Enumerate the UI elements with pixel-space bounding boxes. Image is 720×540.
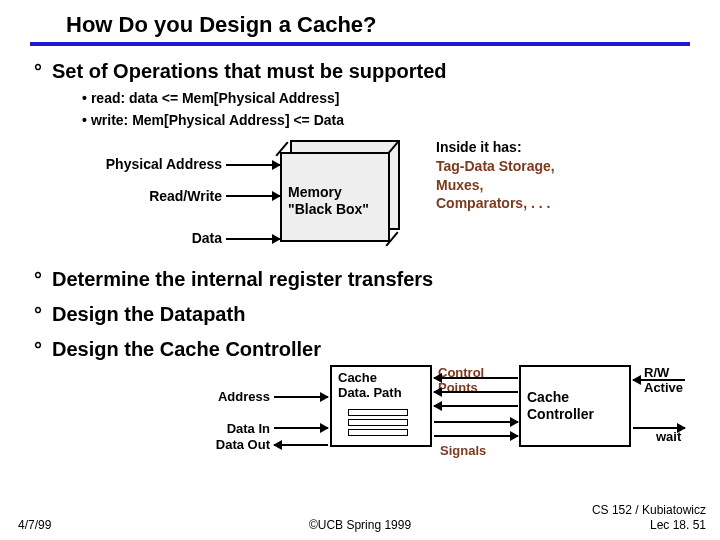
arrow-dout: [274, 444, 328, 446]
diagram-controller: Address Data In Data Out CacheData. Path…: [30, 365, 690, 495]
arrow-rw: [226, 195, 280, 197]
bullet-1-text: Set of Operations that must be supported: [52, 60, 446, 82]
bullet-3: °Design the Datapath: [34, 303, 690, 326]
bullet-1: °Set of Operations that must be supporte…: [34, 60, 690, 83]
sub-bullet-2: •write: Mem[Physical Address] <= Data: [82, 109, 690, 131]
arrow-sig1: [434, 421, 518, 423]
cache-datapath-box: CacheData. Path: [330, 365, 432, 447]
arrow-cp1: [434, 377, 518, 379]
lbl-rw-active: R/WActive: [644, 365, 714, 395]
lbl-signals: Signals: [440, 443, 498, 458]
bullet-2: °Determine the internal register transfe…: [34, 268, 690, 291]
lbl-address: Address: [190, 389, 270, 404]
arrow-addr: [274, 396, 328, 398]
arrow-data: [226, 238, 280, 240]
bullet-4: °Design the Cache Controller: [34, 338, 690, 361]
diagram-memory: Physical Address Read/Write Data Memory …: [30, 138, 690, 268]
arrow-sig2: [434, 435, 518, 437]
arrow-cp3: [434, 405, 518, 407]
lbl-read-write: Read/Write: [82, 188, 222, 204]
inside-text: Inside it has: Tag-Data Storage, Muxes, …: [436, 138, 555, 214]
title-rule: [30, 42, 690, 46]
lbl-data-out: Data Out: [190, 437, 270, 452]
memory-box-l1: Memory: [288, 184, 342, 200]
lbl-wait: wait: [656, 429, 706, 444]
arrow-pa: [226, 164, 280, 166]
footer-date: 4/7/99: [18, 518, 51, 532]
lbl-data: Data: [82, 230, 222, 246]
memory-box: Memory "Black Box": [280, 140, 410, 244]
footer: 4/7/99 ©UCB Spring 1999 CS 152 / Kubiato…: [0, 518, 720, 532]
memory-box-l2: "Black Box": [288, 201, 369, 217]
lbl-physical-address: Physical Address: [82, 156, 222, 172]
lbl-data-in: Data In: [190, 421, 270, 436]
sub-bullet-1: •read: data <= Mem[Physical Address]: [82, 87, 690, 109]
arrow-cp2: [434, 391, 518, 393]
slide-title: How Do you Design a Cache?: [30, 12, 690, 40]
arrow-din: [274, 427, 328, 429]
cache-controller-box: CacheController: [519, 365, 631, 447]
footer-right: CS 152 / KubiatowiczLec 18. 51: [592, 503, 706, 532]
